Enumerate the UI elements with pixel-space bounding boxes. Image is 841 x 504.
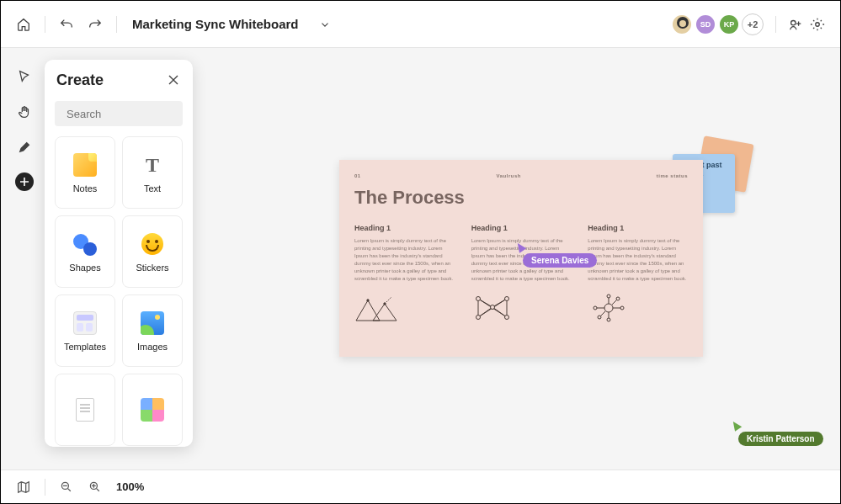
zoom-level[interactable]: 100%	[116, 480, 144, 493]
create-notes[interactable]: Notes	[55, 136, 115, 209]
avatar-user-2[interactable]: SD	[695, 13, 716, 35]
search-input[interactable]	[55, 101, 183, 126]
slide-title: The Process	[354, 187, 688, 209]
redo-icon[interactable]	[88, 17, 103, 32]
svg-point-5	[476, 297, 480, 301]
shapes-icon	[72, 231, 98, 257]
slide-body-3: Lorem Ipsum is simply dummy text of the …	[588, 237, 688, 283]
note-icon	[72, 151, 98, 178]
tool-rail	[1, 48, 48, 470]
template-icon	[72, 310, 98, 337]
bottom-bar: 100%	[1, 470, 840, 503]
svg-point-6	[504, 297, 508, 301]
create-images[interactable]: Images	[122, 294, 183, 367]
pan-tool-icon[interactable]	[14, 102, 35, 122]
diagram-triangles-icon	[354, 291, 455, 325]
create-templates[interactable]: Templates	[55, 294, 115, 367]
cursor-icon	[730, 419, 743, 432]
svg-point-10	[604, 304, 613, 312]
slide-heading-1: Heading 1	[354, 224, 455, 232]
create-stickers[interactable]: Stickers	[122, 215, 183, 288]
remote-cursor-kristin: Kristin Patterson	[732, 421, 823, 446]
svg-point-13	[620, 306, 624, 310]
document-icon	[72, 396, 98, 423]
panel-title: Create	[56, 72, 104, 89]
table-icon	[139, 396, 166, 423]
zoom-in-icon[interactable]	[88, 480, 103, 495]
slide-brand: Vaulrush	[497, 173, 521, 178]
create-shapes[interactable]: Shapes	[55, 215, 115, 288]
slide-heading-3: Heading 1	[588, 224, 688, 232]
home-icon[interactable]	[16, 17, 31, 32]
gear-icon[interactable]	[810, 17, 825, 32]
svg-point-16	[598, 316, 601, 319]
svg-point-8	[504, 316, 508, 320]
add-button[interactable]	[15, 172, 34, 191]
board-title[interactable]: Marketing Sync Whiteboard	[132, 17, 299, 31]
create-tables[interactable]	[122, 374, 183, 446]
image-icon	[139, 310, 166, 337]
svg-point-3	[367, 300, 369, 301]
create-panel: Create Notes T Text Shapes	[45, 60, 193, 447]
svg-point-0	[791, 20, 796, 24]
svg-point-1	[816, 22, 820, 26]
chevron-down-icon[interactable]	[317, 17, 333, 32]
svg-point-11	[607, 294, 610, 298]
create-documents[interactable]	[55, 374, 115, 446]
top-bar: Marketing Sync Whiteboard SD KP +2	[1, 1, 840, 48]
avatar-overflow[interactable]: +2	[742, 13, 764, 35]
avatar-user-3[interactable]: KP	[718, 13, 740, 35]
create-text[interactable]: T Text	[122, 136, 183, 209]
diagram-network-icon	[471, 291, 572, 325]
svg-point-12	[607, 318, 610, 321]
minimap-icon[interactable]	[16, 480, 31, 495]
diagram-hub-icon	[588, 291, 688, 325]
zoom-out-icon[interactable]	[59, 480, 74, 495]
svg-point-15	[616, 297, 620, 300]
slide-heading-2: Heading 1	[471, 224, 572, 232]
pen-tool-icon[interactable]	[14, 137, 35, 157]
slide-page-number: 01	[354, 173, 361, 178]
sticker-icon	[139, 231, 166, 257]
undo-icon[interactable]	[59, 17, 74, 32]
svg-point-7	[476, 316, 480, 320]
close-icon[interactable]	[168, 74, 181, 88]
svg-point-9	[490, 305, 494, 310]
cursor-icon	[514, 241, 527, 253]
avatar-user-1[interactable]	[671, 13, 693, 35]
svg-point-14	[593, 306, 597, 310]
slide-body-1: Lorem Ipsum is simply dummy text of the …	[354, 237, 455, 283]
slide-corner: time status	[657, 173, 688, 178]
share-icon[interactable]	[788, 17, 803, 32]
select-tool-icon[interactable]	[14, 66, 35, 87]
text-icon: T	[139, 151, 166, 178]
remote-cursor-serena: Serena Davies	[516, 242, 597, 268]
